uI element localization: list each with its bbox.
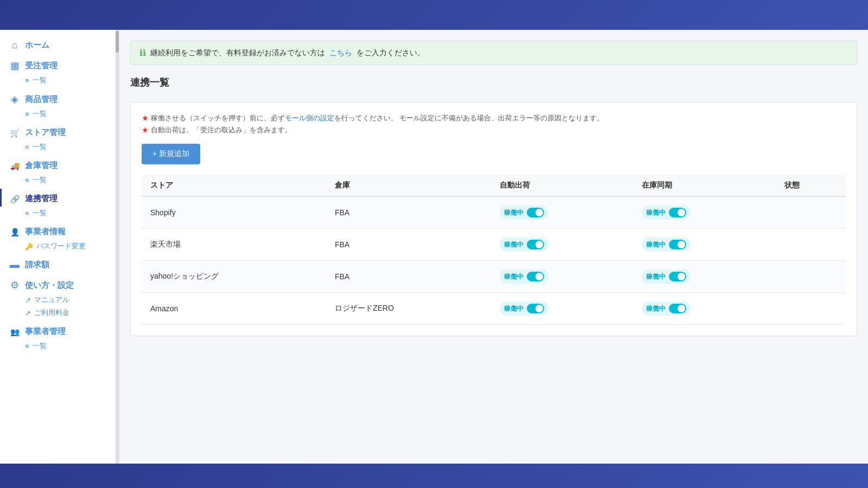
- scroll-thumb: [116, 31, 119, 53]
- bizadmin-icon: [9, 326, 21, 337]
- auto-ship-toggle-3[interactable]: 稼働中: [500, 301, 548, 316]
- auto-ship-switch-1[interactable]: [527, 240, 544, 249]
- billing-icon: [9, 259, 21, 271]
- top-bar: [0, 0, 868, 30]
- list-icon-2: [25, 110, 29, 118]
- stock-sync-toggle-2[interactable]: 稼働中: [642, 269, 691, 284]
- cell-auto-ship-1: 稼働中: [491, 229, 634, 261]
- cell-store-1: 楽天市場: [142, 229, 326, 261]
- sidebar-sub-integration-list-label: 一覧: [33, 208, 47, 218]
- external-icon-1: [25, 296, 31, 304]
- auto-ship-switch-2[interactable]: [527, 272, 544, 281]
- auto-ship-label-3: 稼働中: [504, 304, 524, 313]
- sidebar-sub-pricing[interactable]: ご利用料金: [0, 306, 119, 319]
- sidebar-sub-bizadmin-list-label: 一覧: [33, 341, 47, 351]
- auto-ship-toggle-1[interactable]: 稼働中: [500, 237, 548, 252]
- notice-link[interactable]: こちら: [329, 48, 352, 58]
- sidebar-item-business[interactable]: 事業者情報: [0, 222, 119, 240]
- stock-sync-switch-1[interactable]: [669, 240, 686, 249]
- cell-status-0: [776, 196, 846, 229]
- notice-text-after: をご入力ください。: [356, 48, 425, 58]
- cell-store-0: Shopify: [142, 196, 326, 229]
- sidebar-item-billing-label: 請求額: [25, 260, 49, 270]
- sidebar-sub-password[interactable]: パスワード変更: [0, 240, 119, 253]
- cell-warehouse-1: FBA: [326, 229, 490, 261]
- home-icon: [9, 40, 21, 51]
- cell-status-1: [776, 229, 846, 261]
- sidebar-item-orders-label: 受注管理: [25, 61, 58, 71]
- auto-ship-switch-0[interactable]: [527, 208, 544, 217]
- notice-text-before: 継続利用をご希望で、有料登録がお済みでない方は: [150, 48, 325, 58]
- table-row: AmazonロジザードZERO 稼働中 稼働中: [142, 293, 846, 325]
- stock-sync-toggle-1[interactable]: 稼働中: [642, 237, 691, 252]
- stock-sync-toggle-3[interactable]: 稼働中: [642, 301, 691, 316]
- stock-sync-switch-0[interactable]: [669, 208, 686, 217]
- col-stock-sync: 在庫同期: [633, 175, 776, 196]
- sidebar-sub-store-list[interactable]: 一覧: [0, 140, 119, 153]
- auto-ship-toggle-2[interactable]: 稼働中: [500, 269, 548, 284]
- sidebar-item-billing[interactable]: 請求額: [0, 255, 119, 273]
- warning-1-after: を行ってください。 モール設定に不備がある場合、出荷エラー等の原因となります。: [334, 114, 604, 122]
- cell-auto-ship-0: 稼働中: [491, 196, 634, 229]
- order-icon: [9, 60, 21, 72]
- bottom-bar: [0, 464, 868, 488]
- sidebar-item-settings-label: 使い方・設定: [25, 280, 74, 291]
- sidebar-sub-bizadmin-list[interactable]: 一覧: [0, 339, 119, 352]
- cell-auto-ship-3: 稼働中: [491, 293, 634, 325]
- nav-section-integration: 連携管理 一覧: [0, 189, 119, 220]
- sidebar-item-store[interactable]: ストア管理: [0, 123, 119, 140]
- sidebar-item-home[interactable]: ホーム: [0, 35, 119, 53]
- sidebar-sub-warehouse-list-label: 一覧: [33, 175, 47, 185]
- cell-status-2: [776, 261, 846, 293]
- auto-ship-toggle-0[interactable]: 稼働中: [500, 206, 548, 220]
- sidebar-item-orders[interactable]: 受注管理: [0, 55, 119, 74]
- sidebar-item-bizadmin[interactable]: 事業者管理: [0, 322, 119, 339]
- cell-stock-sync-3: 稼働中: [633, 293, 776, 325]
- stock-sync-switch-3[interactable]: [669, 304, 686, 313]
- store-icon: [9, 127, 21, 138]
- nav-section-orders: 受注管理 一覧: [0, 55, 119, 87]
- stock-sync-switch-2[interactable]: [669, 272, 686, 281]
- sidebar-sub-store-list-label: 一覧: [33, 142, 47, 152]
- nav-section-bizadmin: 事業者管理 一覧: [0, 322, 119, 352]
- sidebar-item-warehouse[interactable]: 倉庫管理: [0, 156, 119, 174]
- nav-section-home: ホーム: [0, 35, 119, 53]
- sidebar-sub-manual-label: マニュアル: [34, 295, 69, 305]
- add-new-button[interactable]: + 新規追加: [142, 144, 200, 164]
- sidebar-sub-pricing-label: ご利用料金: [34, 308, 69, 318]
- sidebar-sub-password-label: パスワード変更: [36, 241, 86, 251]
- list-icon: [25, 76, 29, 85]
- sidebar-item-bizadmin-label: 事業者管理: [25, 326, 66, 337]
- sidebar-sub-products-list[interactable]: 一覧: [0, 107, 119, 120]
- table-row: yahoo!ショッピングFBA 稼働中 稼働中: [142, 261, 846, 293]
- auto-ship-label-1: 稼働中: [504, 240, 524, 249]
- sidebar-sub-products-list-label: 一覧: [33, 109, 47, 119]
- sidebar-item-warehouse-label: 倉庫管理: [25, 160, 58, 171]
- list-icon-5: [25, 209, 29, 217]
- table-header: ストア 倉庫 自動出荷 在庫同期 状態: [142, 175, 846, 196]
- sidebar-item-integration[interactable]: 連携管理: [0, 189, 119, 207]
- col-status: 状態: [776, 175, 846, 196]
- cell-stock-sync-1: 稼働中: [633, 229, 776, 261]
- stock-sync-toggle-0[interactable]: 稼働中: [642, 206, 691, 220]
- sidebar-sub-manual[interactable]: マニュアル: [0, 293, 119, 306]
- main-content: ℹ 継続利用をご希望で、有料登録がお済みでない方は こちら をご入力ください。 …: [119, 30, 868, 464]
- scroll-indicator: [116, 30, 119, 464]
- nav-section-warehouse: 倉庫管理 一覧: [0, 156, 119, 187]
- sidebar-sub-integration-list[interactable]: 一覧: [0, 207, 119, 220]
- warning-2: 自動出荷は、「受注の取込み」を含みます。: [142, 125, 846, 135]
- sidebar-sub-warehouse-list[interactable]: 一覧: [0, 174, 119, 187]
- warning-1-text: 稼働させる（スイッチを押す）前に、必ず: [151, 114, 285, 122]
- sidebar-sub-orders-list[interactable]: 一覧: [0, 74, 119, 87]
- list-icon-3: [25, 143, 29, 151]
- cell-auto-ship-2: 稼働中: [491, 261, 634, 293]
- list-icon-6: [25, 342, 29, 350]
- auto-ship-switch-3[interactable]: [527, 304, 544, 313]
- cell-stock-sync-2: 稼働中: [633, 261, 776, 293]
- notice-banner: ℹ 継続利用をご希望で、有料登録がお済みでない方は こちら をご入力ください。: [130, 41, 857, 65]
- warning-1-highlight: モール側の設定: [285, 114, 334, 122]
- cell-warehouse-3: ロジザードZERO: [326, 293, 490, 325]
- nav-section-business: 事業者情報 パスワード変更: [0, 222, 119, 253]
- sidebar-item-settings[interactable]: 使い方・設定: [0, 275, 119, 293]
- sidebar-item-products[interactable]: 商品管理: [0, 89, 119, 107]
